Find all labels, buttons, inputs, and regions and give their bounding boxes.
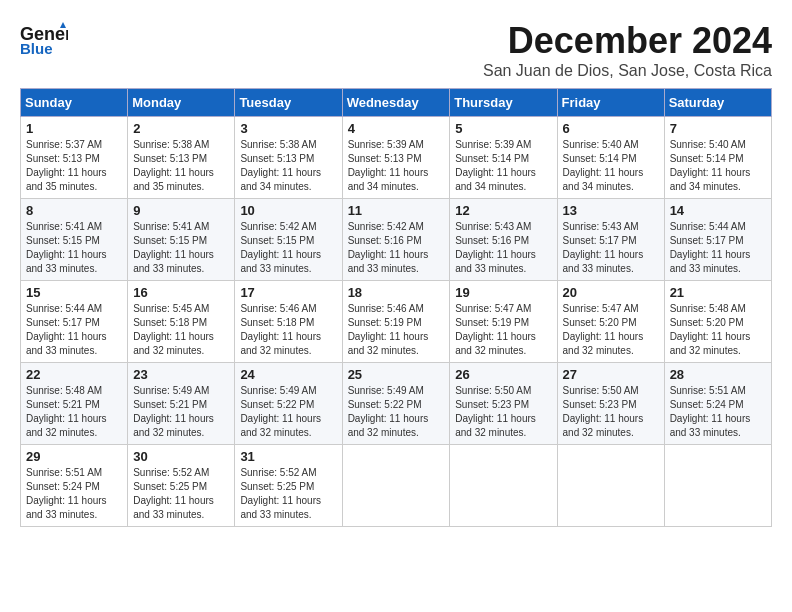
- calendar-cell: 5 Sunrise: 5:39 AMSunset: 5:14 PMDayligh…: [450, 117, 557, 199]
- day-info: Sunrise: 5:47 AMSunset: 5:19 PMDaylight:…: [455, 303, 536, 356]
- calendar-cell: 19 Sunrise: 5:47 AMSunset: 5:19 PMDaylig…: [450, 281, 557, 363]
- day-info: Sunrise: 5:45 AMSunset: 5:18 PMDaylight:…: [133, 303, 214, 356]
- day-info: Sunrise: 5:44 AMSunset: 5:17 PMDaylight:…: [670, 221, 751, 274]
- logo: General Blue: [20, 20, 68, 56]
- day-info: Sunrise: 5:51 AMSunset: 5:24 PMDaylight:…: [670, 385, 751, 438]
- calendar-cell: [557, 445, 664, 527]
- calendar-cell: 29 Sunrise: 5:51 AMSunset: 5:24 PMDaylig…: [21, 445, 128, 527]
- day-number: 18: [348, 285, 445, 300]
- calendar-cell: 11 Sunrise: 5:42 AMSunset: 5:16 PMDaylig…: [342, 199, 450, 281]
- day-info: Sunrise: 5:48 AMSunset: 5:20 PMDaylight:…: [670, 303, 751, 356]
- day-number: 21: [670, 285, 766, 300]
- calendar-cell: 31 Sunrise: 5:52 AMSunset: 5:25 PMDaylig…: [235, 445, 342, 527]
- calendar-cell: 28 Sunrise: 5:51 AMSunset: 5:24 PMDaylig…: [664, 363, 771, 445]
- day-info: Sunrise: 5:46 AMSunset: 5:18 PMDaylight:…: [240, 303, 321, 356]
- day-number: 17: [240, 285, 336, 300]
- day-info: Sunrise: 5:42 AMSunset: 5:16 PMDaylight:…: [348, 221, 429, 274]
- weekday-header-friday: Friday: [557, 89, 664, 117]
- day-number: 27: [563, 367, 659, 382]
- calendar-cell: 13 Sunrise: 5:43 AMSunset: 5:17 PMDaylig…: [557, 199, 664, 281]
- day-info: Sunrise: 5:39 AMSunset: 5:14 PMDaylight:…: [455, 139, 536, 192]
- day-number: 4: [348, 121, 445, 136]
- day-info: Sunrise: 5:47 AMSunset: 5:20 PMDaylight:…: [563, 303, 644, 356]
- calendar-cell: 24 Sunrise: 5:49 AMSunset: 5:22 PMDaylig…: [235, 363, 342, 445]
- title-area: December 2024 San Juan de Dios, San Jose…: [483, 20, 772, 80]
- day-number: 8: [26, 203, 122, 218]
- calendar-cell: 1 Sunrise: 5:37 AMSunset: 5:13 PMDayligh…: [21, 117, 128, 199]
- day-info: Sunrise: 5:49 AMSunset: 5:22 PMDaylight:…: [240, 385, 321, 438]
- calendar-cell: 14 Sunrise: 5:44 AMSunset: 5:17 PMDaylig…: [664, 199, 771, 281]
- header: General Blue December 2024 San Juan de D…: [20, 20, 772, 80]
- weekday-header-tuesday: Tuesday: [235, 89, 342, 117]
- calendar-cell: 21 Sunrise: 5:48 AMSunset: 5:20 PMDaylig…: [664, 281, 771, 363]
- weekday-header-saturday: Saturday: [664, 89, 771, 117]
- calendar-cell: 26 Sunrise: 5:50 AMSunset: 5:23 PMDaylig…: [450, 363, 557, 445]
- weekday-header-sunday: Sunday: [21, 89, 128, 117]
- calendar-cell: 22 Sunrise: 5:48 AMSunset: 5:21 PMDaylig…: [21, 363, 128, 445]
- day-info: Sunrise: 5:38 AMSunset: 5:13 PMDaylight:…: [240, 139, 321, 192]
- calendar-cell: 4 Sunrise: 5:39 AMSunset: 5:13 PMDayligh…: [342, 117, 450, 199]
- calendar-week-row: 22 Sunrise: 5:48 AMSunset: 5:21 PMDaylig…: [21, 363, 772, 445]
- calendar-table: SundayMondayTuesdayWednesdayThursdayFrid…: [20, 88, 772, 527]
- weekday-header-wednesday: Wednesday: [342, 89, 450, 117]
- calendar-cell: 8 Sunrise: 5:41 AMSunset: 5:15 PMDayligh…: [21, 199, 128, 281]
- day-info: Sunrise: 5:48 AMSunset: 5:21 PMDaylight:…: [26, 385, 107, 438]
- calendar-cell: 17 Sunrise: 5:46 AMSunset: 5:18 PMDaylig…: [235, 281, 342, 363]
- weekday-header-monday: Monday: [128, 89, 235, 117]
- day-info: Sunrise: 5:40 AMSunset: 5:14 PMDaylight:…: [670, 139, 751, 192]
- day-number: 29: [26, 449, 122, 464]
- calendar-cell: 20 Sunrise: 5:47 AMSunset: 5:20 PMDaylig…: [557, 281, 664, 363]
- location-subtitle: San Juan de Dios, San Jose, Costa Rica: [483, 62, 772, 80]
- calendar-cell: 7 Sunrise: 5:40 AMSunset: 5:14 PMDayligh…: [664, 117, 771, 199]
- calendar-cell: [664, 445, 771, 527]
- calendar-cell: 27 Sunrise: 5:50 AMSunset: 5:23 PMDaylig…: [557, 363, 664, 445]
- calendar-cell: 6 Sunrise: 5:40 AMSunset: 5:14 PMDayligh…: [557, 117, 664, 199]
- day-number: 31: [240, 449, 336, 464]
- month-title: December 2024: [483, 20, 772, 62]
- day-number: 25: [348, 367, 445, 382]
- day-info: Sunrise: 5:50 AMSunset: 5:23 PMDaylight:…: [455, 385, 536, 438]
- weekday-header-thursday: Thursday: [450, 89, 557, 117]
- calendar-week-row: 15 Sunrise: 5:44 AMSunset: 5:17 PMDaylig…: [21, 281, 772, 363]
- day-number: 1: [26, 121, 122, 136]
- calendar-cell: 9 Sunrise: 5:41 AMSunset: 5:15 PMDayligh…: [128, 199, 235, 281]
- day-number: 20: [563, 285, 659, 300]
- day-info: Sunrise: 5:44 AMSunset: 5:17 PMDaylight:…: [26, 303, 107, 356]
- day-number: 24: [240, 367, 336, 382]
- day-number: 16: [133, 285, 229, 300]
- calendar-cell: 16 Sunrise: 5:45 AMSunset: 5:18 PMDaylig…: [128, 281, 235, 363]
- day-number: 11: [348, 203, 445, 218]
- day-info: Sunrise: 5:40 AMSunset: 5:14 PMDaylight:…: [563, 139, 644, 192]
- calendar-cell: 10 Sunrise: 5:42 AMSunset: 5:15 PMDaylig…: [235, 199, 342, 281]
- calendar-week-row: 8 Sunrise: 5:41 AMSunset: 5:15 PMDayligh…: [21, 199, 772, 281]
- calendar-cell: 25 Sunrise: 5:49 AMSunset: 5:22 PMDaylig…: [342, 363, 450, 445]
- calendar-cell: [342, 445, 450, 527]
- day-number: 28: [670, 367, 766, 382]
- day-number: 30: [133, 449, 229, 464]
- day-info: Sunrise: 5:46 AMSunset: 5:19 PMDaylight:…: [348, 303, 429, 356]
- day-number: 12: [455, 203, 551, 218]
- calendar-cell: [450, 445, 557, 527]
- day-info: Sunrise: 5:42 AMSunset: 5:15 PMDaylight:…: [240, 221, 321, 274]
- day-info: Sunrise: 5:37 AMSunset: 5:13 PMDaylight:…: [26, 139, 107, 192]
- day-number: 26: [455, 367, 551, 382]
- calendar-week-row: 29 Sunrise: 5:51 AMSunset: 5:24 PMDaylig…: [21, 445, 772, 527]
- calendar-cell: 15 Sunrise: 5:44 AMSunset: 5:17 PMDaylig…: [21, 281, 128, 363]
- logo-icon: General Blue: [20, 20, 68, 56]
- day-info: Sunrise: 5:38 AMSunset: 5:13 PMDaylight:…: [133, 139, 214, 192]
- day-info: Sunrise: 5:52 AMSunset: 5:25 PMDaylight:…: [133, 467, 214, 520]
- weekday-header-row: SundayMondayTuesdayWednesdayThursdayFrid…: [21, 89, 772, 117]
- day-info: Sunrise: 5:50 AMSunset: 5:23 PMDaylight:…: [563, 385, 644, 438]
- calendar-cell: 30 Sunrise: 5:52 AMSunset: 5:25 PMDaylig…: [128, 445, 235, 527]
- day-info: Sunrise: 5:52 AMSunset: 5:25 PMDaylight:…: [240, 467, 321, 520]
- day-info: Sunrise: 5:49 AMSunset: 5:22 PMDaylight:…: [348, 385, 429, 438]
- day-info: Sunrise: 5:43 AMSunset: 5:16 PMDaylight:…: [455, 221, 536, 274]
- day-number: 19: [455, 285, 551, 300]
- day-number: 6: [563, 121, 659, 136]
- day-info: Sunrise: 5:39 AMSunset: 5:13 PMDaylight:…: [348, 139, 429, 192]
- day-number: 10: [240, 203, 336, 218]
- day-info: Sunrise: 5:51 AMSunset: 5:24 PMDaylight:…: [26, 467, 107, 520]
- day-number: 3: [240, 121, 336, 136]
- day-info: Sunrise: 5:41 AMSunset: 5:15 PMDaylight:…: [26, 221, 107, 274]
- day-info: Sunrise: 5:49 AMSunset: 5:21 PMDaylight:…: [133, 385, 214, 438]
